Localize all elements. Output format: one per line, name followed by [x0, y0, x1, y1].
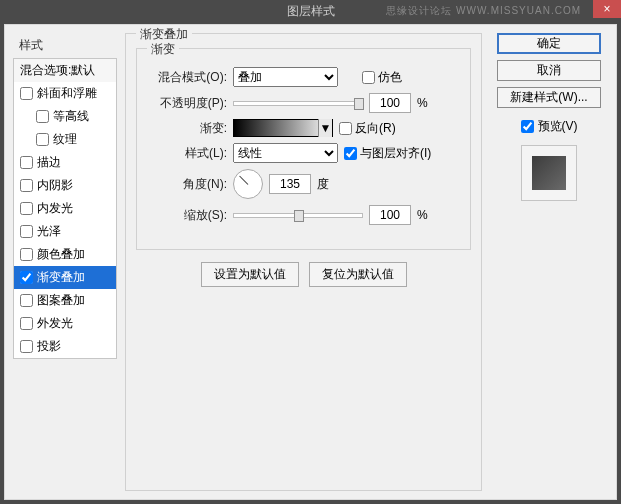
- sidebar-item-stroke[interactable]: 描边: [14, 151, 116, 174]
- action-column: 确定 取消 新建样式(W)... 预览(V): [490, 33, 608, 491]
- sidebar-item-innershadow[interactable]: 内阴影: [14, 174, 116, 197]
- checkbox-patternoverlay[interactable]: [20, 294, 33, 307]
- scale-input[interactable]: [369, 205, 411, 225]
- sidebar-item-coloroverlay[interactable]: 颜色叠加: [14, 243, 116, 266]
- scale-slider[interactable]: [233, 213, 363, 218]
- row-style: 样式(L): 线性 与图层对齐(I): [147, 143, 460, 163]
- preview-checkbox-wrap[interactable]: 预览(V): [521, 118, 578, 135]
- sidebar-item-innerglow[interactable]: 内发光: [14, 197, 116, 220]
- sidebar-item-bevel[interactable]: 斜面和浮雕: [14, 82, 116, 105]
- row-opacity: 不透明度(P): %: [147, 93, 460, 113]
- sidebar-item-satin[interactable]: 光泽: [14, 220, 116, 243]
- sidebar-item-label: 纹理: [53, 131, 77, 148]
- reverse-checkbox-wrap[interactable]: 反向(R): [339, 120, 396, 137]
- checkbox-contour[interactable]: [36, 110, 49, 123]
- blendmode-select[interactable]: 叠加: [233, 67, 338, 87]
- align-checkbox-wrap[interactable]: 与图层对齐(I): [344, 145, 431, 162]
- row-gradient: 渐变: ▼ 反向(R): [147, 119, 460, 137]
- reset-default-button[interactable]: 复位为默认值: [309, 262, 407, 287]
- sidebar-item-label: 混合选项:默认: [20, 62, 95, 79]
- sidebar-item-label: 描边: [37, 154, 61, 171]
- reverse-label: 反向(R): [355, 120, 396, 137]
- sidebar-item-texture[interactable]: 纹理: [14, 128, 116, 151]
- sidebar-item-label: 内发光: [37, 200, 73, 217]
- gradient-picker[interactable]: ▼: [233, 119, 333, 137]
- checkbox-outerglow[interactable]: [20, 317, 33, 330]
- slider-thumb-icon: [294, 210, 304, 222]
- dither-checkbox-wrap[interactable]: 仿色: [362, 69, 402, 86]
- sidebar-item-label: 外发光: [37, 315, 73, 332]
- checkbox-stroke[interactable]: [20, 156, 33, 169]
- sidebar-item-label: 颜色叠加: [37, 246, 85, 263]
- style-list: 混合选项:默认 斜面和浮雕 等高线 纹理 描边 内阴影: [13, 58, 117, 359]
- checkbox-satin[interactable]: [20, 225, 33, 238]
- sidebar-item-blend-options[interactable]: 混合选项:默认: [14, 59, 116, 82]
- row-blendmode: 混合模式(O): 叠加 仿色: [147, 67, 460, 87]
- angle-label: 角度(N):: [147, 176, 227, 193]
- style-label: 样式(L):: [147, 145, 227, 162]
- opacity-slider[interactable]: [233, 101, 363, 106]
- titlebar: 图层样式 ×: [0, 0, 621, 22]
- checkbox-texture[interactable]: [36, 133, 49, 146]
- degree-label: 度: [317, 176, 329, 193]
- style-select[interactable]: 线性: [233, 143, 338, 163]
- sidebar-item-contour[interactable]: 等高线: [14, 105, 116, 128]
- sidebar-item-label: 内阴影: [37, 177, 73, 194]
- sidebar-item-label: 投影: [37, 338, 61, 355]
- align-checkbox[interactable]: [344, 147, 357, 160]
- gradient-label: 渐变:: [147, 120, 227, 137]
- settings-panel: 渐变叠加 渐变 混合模式(O): 叠加 仿色 不透明度(P): % 渐变:: [125, 33, 482, 491]
- default-buttons-row: 设置为默认值 复位为默认值: [136, 262, 471, 287]
- align-label: 与图层对齐(I): [360, 145, 431, 162]
- sidebar-item-outerglow[interactable]: 外发光: [14, 312, 116, 335]
- fieldset-title: 渐变: [147, 41, 179, 58]
- close-button[interactable]: ×: [593, 0, 621, 18]
- checkbox-dropshadow[interactable]: [20, 340, 33, 353]
- dialog-title: 图层样式: [287, 3, 335, 20]
- ok-button[interactable]: 确定: [497, 33, 601, 54]
- dither-checkbox[interactable]: [362, 71, 375, 84]
- checkbox-coloroverlay[interactable]: [20, 248, 33, 261]
- dither-label: 仿色: [378, 69, 402, 86]
- row-scale: 缩放(S): %: [147, 205, 460, 225]
- checkbox-gradientoverlay[interactable]: [20, 271, 33, 284]
- angle-line-icon: [239, 176, 248, 185]
- sidebar-item-label: 渐变叠加: [37, 269, 85, 286]
- preview-checkbox[interactable]: [521, 120, 534, 133]
- close-icon: ×: [603, 2, 610, 16]
- preview-swatch: [532, 156, 566, 190]
- blendmode-label: 混合模式(O):: [147, 69, 227, 86]
- gradient-fieldset: 渐变 混合模式(O): 叠加 仿色 不透明度(P): % 渐变: ▼: [136, 48, 471, 250]
- new-style-button[interactable]: 新建样式(W)...: [497, 87, 601, 108]
- opacity-input[interactable]: [369, 93, 411, 113]
- sidebar-item-label: 图案叠加: [37, 292, 85, 309]
- layer-style-dialog: 样式 混合选项:默认 斜面和浮雕 等高线 纹理 描边: [4, 24, 617, 500]
- chevron-down-icon: ▼: [318, 119, 332, 137]
- sidebar-item-dropshadow[interactable]: 投影: [14, 335, 116, 358]
- sidebar-item-patternoverlay[interactable]: 图案叠加: [14, 289, 116, 312]
- scale-label: 缩放(S):: [147, 207, 227, 224]
- percent-label: %: [417, 208, 428, 222]
- cancel-button[interactable]: 取消: [497, 60, 601, 81]
- sidebar-item-label: 等高线: [53, 108, 89, 125]
- slider-thumb-icon: [354, 98, 364, 110]
- percent-label: %: [417, 96, 428, 110]
- set-default-button[interactable]: 设置为默认值: [201, 262, 299, 287]
- checkbox-bevel[interactable]: [20, 87, 33, 100]
- style-sidebar: 样式 混合选项:默认 斜面和浮雕 等高线 纹理 描边: [13, 33, 117, 491]
- sidebar-item-gradientoverlay[interactable]: 渐变叠加: [14, 266, 116, 289]
- sidebar-header: 样式: [13, 33, 117, 58]
- row-angle: 角度(N): 度: [147, 169, 460, 199]
- preview-box: [521, 145, 577, 201]
- checkbox-innerglow[interactable]: [20, 202, 33, 215]
- reverse-checkbox[interactable]: [339, 122, 352, 135]
- opacity-label: 不透明度(P):: [147, 95, 227, 112]
- sidebar-item-label: 光泽: [37, 223, 61, 240]
- preview-label: 预览(V): [538, 118, 578, 135]
- sidebar-item-label: 斜面和浮雕: [37, 85, 97, 102]
- checkbox-innershadow[interactable]: [20, 179, 33, 192]
- angle-input[interactable]: [269, 174, 311, 194]
- angle-dial[interactable]: [233, 169, 263, 199]
